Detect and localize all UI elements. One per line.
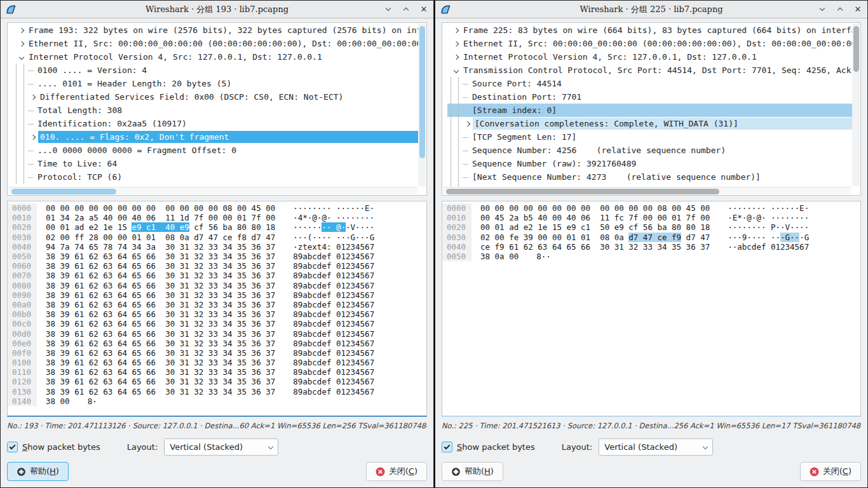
tree-row[interactable]: Protocol: TCP (6): [13, 170, 418, 184]
tree-row[interactable]: Differentiated Services Field: 0x00 (DSC…: [13, 90, 418, 104]
scrollbar-thumb[interactable]: [11, 189, 116, 194]
hex-row[interactable]: 00d038 39 61 62 63 64 65 66 30 31 32 33 …: [8, 329, 426, 338]
tree-guide: [455, 130, 463, 144]
shade-chevron-down-icon[interactable]: [384, 5, 393, 14]
scrollbar-thumb[interactable]: [419, 26, 425, 158]
chevron-right-icon[interactable]: [17, 42, 27, 46]
hex-row[interactable]: 001001 34 2a a5 40 00 40 06 11 1d 7f 00 …: [8, 213, 426, 222]
tree-row[interactable]: 0100 .... = Version: 4: [13, 64, 418, 77]
tree-row[interactable]: Internet Protocol Version 4, Src: 127.0.…: [447, 50, 852, 64]
tree-vertical-scrollbar[interactable]: [852, 24, 860, 186]
hex-row[interactable]: 00f038 39 61 62 63 64 65 66 30 31 32 33 …: [8, 348, 426, 358]
tree-row[interactable]: Sequence Number (raw): 3921760489: [447, 157, 852, 170]
help-button[interactable]: 帮助(H): [7, 462, 69, 481]
chevron-right-icon[interactable]: [451, 55, 461, 59]
hex-row[interactable]: 010038 39 61 62 63 64 65 66 30 31 32 33 …: [8, 358, 426, 367]
show-packet-bytes-label[interactable]: Show packet bytes: [457, 442, 535, 452]
hex-row[interactable]: 002000 01 ad e2 1e 15 e9 c1 50 e9 cf 56 …: [442, 222, 860, 232]
hex-row[interactable]: 0040ce f9 61 62 63 64 65 66 30 31 32 33 …: [442, 242, 860, 252]
shade-chevron-down-icon[interactable]: [818, 5, 827, 14]
scrollbar-thumb[interactable]: [853, 26, 859, 72]
hex-row[interactable]: 009038 39 61 62 63 64 65 66 30 31 32 33 …: [8, 290, 426, 300]
tree-row[interactable]: ...0 0000 0000 0000 = Fragment Offset: 0: [13, 144, 418, 157]
tree-row[interactable]: Identification: 0x2aa5 (10917): [13, 117, 418, 130]
tree-row[interactable]: [Stream index: 0]: [447, 104, 852, 117]
tree-row[interactable]: Sequence Number: 4256 (relative sequence…: [447, 144, 852, 157]
titlebar[interactable]: Wireshark · 分组 225 · lib7.pcapng ✕: [435, 1, 867, 18]
tree-row[interactable]: Internet Protocol Version 4, Src: 127.0.…: [13, 50, 418, 64]
close-icon[interactable]: ✕: [853, 5, 862, 14]
chevron-right-icon[interactable]: [451, 42, 461, 46]
tree-rows: Frame 225: 83 bytes on wire (664 bits), …: [442, 23, 852, 187]
hex-row[interactable]: 004094 7a 74 65 78 74 34 3a 30 31 32 33 …: [8, 242, 426, 252]
hex-row[interactable]: 00c038 39 61 62 63 64 65 66 30 31 32 33 …: [8, 319, 426, 329]
tree-row[interactable]: [Next Sequence Number: 4273 (relative se…: [447, 170, 852, 184]
hex-row[interactable]: 013038 39 61 62 63 64 65 66 30 31 32 33 …: [8, 387, 426, 396]
chevron-right-icon[interactable]: [451, 29, 461, 32]
hex-row[interactable]: 003002 00 ff 28 00 00 01 01 08 0a d7 47 …: [8, 233, 426, 242]
tree-row[interactable]: Total Length: 308: [13, 104, 418, 117]
tree-row[interactable]: Ethernet II, Src: 00:00:00_00:00:00 (00:…: [13, 37, 418, 50]
tree-branch: [463, 130, 470, 144]
hex-bytes: 00 45 2a b5 40 00 40 06 11 fc 7f 00 00 0…: [480, 213, 710, 222]
hex-row[interactable]: 006038 39 61 62 63 64 65 66 30 31 32 33 …: [8, 261, 426, 271]
show-packet-bytes-label[interactable]: Show packet bytes: [22, 442, 100, 452]
tree-row[interactable]: Frame 225: 83 bytes on wire (664 bits), …: [447, 24, 852, 37]
chevron-down-icon[interactable]: [17, 55, 27, 59]
hex-row[interactable]: 011038 39 61 62 63 64 65 66 30 31 32 33 …: [8, 367, 426, 377]
hex-row[interactable]: 005038 39 61 62 63 64 65 66 30 31 32 33 …: [8, 252, 426, 261]
tree-row[interactable]: Transmission Control Protocol, Src Port:…: [447, 64, 852, 77]
tree-row[interactable]: [Conversation completeness: Complete, WI…: [447, 117, 852, 130]
tree-guide: [20, 77, 28, 90]
hex-row[interactable]: 008038 39 61 62 63 64 65 66 30 31 32 33 …: [8, 281, 426, 290]
tree-row[interactable]: Ethernet II, Src: 00:00:00_00:00:00 (00:…: [447, 37, 852, 50]
tree-row[interactable]: 010. .... = Flags: 0x2, Don't fragment: [13, 130, 418, 144]
hex-bytes: 02 00 fe 39 00 00 01 01 08 0a d7 47 ce f…: [480, 233, 710, 242]
maximize-chevron-up-icon[interactable]: [836, 5, 844, 14]
packet-bytes-pane[interactable]: 000000 00 00 00 00 00 00 00 00 00 00 00 …: [442, 201, 861, 417]
hex-row[interactable]: 000000 00 00 00 00 00 00 00 00 00 00 00 …: [442, 203, 860, 213]
close-button[interactable]: 关闭(C): [366, 462, 427, 481]
hex-row[interactable]: 003002 00 fe 39 00 00 01 01 08 0a d7 47 …: [442, 233, 860, 242]
tree-row[interactable]: Time to Live: 64: [13, 157, 418, 170]
tree-vertical-scrollbar[interactable]: [418, 24, 426, 186]
close-icon[interactable]: ✕: [419, 5, 428, 14]
chevron-right-icon[interactable]: [463, 122, 473, 126]
scrollbar-thumb[interactable]: [446, 189, 719, 194]
hex-ascii: 89abcdef 01234567: [293, 387, 374, 396]
chevron-right-icon[interactable]: [28, 135, 38, 139]
tree-row[interactable]: Source Port: 44514: [447, 77, 852, 90]
tree-row[interactable]: [TCP Segment Len: 17]: [447, 130, 852, 144]
layout-select[interactable]: Vertical (Stacked): [599, 438, 713, 456]
chevron-right-icon[interactable]: [17, 29, 27, 32]
hex-offset: 0010: [442, 213, 471, 222]
hex-row[interactable]: 014038 008·: [8, 396, 426, 406]
tree-guide: [447, 157, 455, 170]
hex-row[interactable]: 000000 00 00 00 00 00 00 00 00 00 00 00 …: [8, 203, 426, 213]
tree-row[interactable]: Destination Port: 7701: [447, 90, 852, 104]
packet-bytes-pane[interactable]: 000000 00 00 00 00 00 00 00 00 00 00 00 …: [7, 201, 427, 417]
titlebar[interactable]: Wireshark · 分组 193 · lib7.pcapng ✕: [1, 1, 433, 18]
layout-select[interactable]: Vertical (Stacked): [164, 438, 278, 456]
hex-row[interactable]: 012038 39 61 62 63 64 65 66 30 31 32 33 …: [8, 377, 426, 386]
show-packet-bytes-checkbox[interactable]: [442, 442, 452, 452]
hex-row[interactable]: 00e038 39 61 62 63 64 65 66 30 31 32 33 …: [8, 339, 426, 348]
close-button[interactable]: 关闭(C): [800, 462, 861, 481]
hex-row[interactable]: 005038 0a 008··: [442, 252, 860, 261]
hex-row[interactable]: 002000 01 ad e2 1e 15 e9 c1 40 e9 cf 56 …: [8, 222, 426, 232]
hex-row[interactable]: 007038 39 61 62 63 64 65 66 30 31 32 33 …: [8, 271, 426, 280]
tree-horizontal-scrollbar[interactable]: [443, 187, 851, 194]
tree-row[interactable]: .... 0101 = Header Length: 20 bytes (5): [13, 77, 418, 90]
maximize-chevron-up-icon[interactable]: [402, 5, 410, 14]
tree-row[interactable]: Frame 193: 322 bytes on wire (2576 bits)…: [13, 24, 418, 37]
buttons-row: 帮助(H) 关闭(C): [7, 462, 427, 481]
help-button[interactable]: 帮助(H): [442, 462, 503, 481]
show-packet-bytes-checkbox[interactable]: [7, 442, 18, 452]
chevron-down-icon[interactable]: [451, 69, 461, 72]
hex-row[interactable]: 001000 45 2a b5 40 00 40 06 11 fc 7f 00 …: [442, 213, 860, 222]
hex-row[interactable]: 00a038 39 61 62 63 64 65 66 30 31 32 33 …: [8, 300, 426, 309]
hex-offset: 0130: [8, 387, 37, 396]
hex-row[interactable]: 00b038 39 61 62 63 64 65 66 30 31 32 33 …: [8, 309, 426, 319]
tree-horizontal-scrollbar[interactable]: [8, 187, 417, 194]
chevron-right-icon[interactable]: [28, 95, 38, 99]
